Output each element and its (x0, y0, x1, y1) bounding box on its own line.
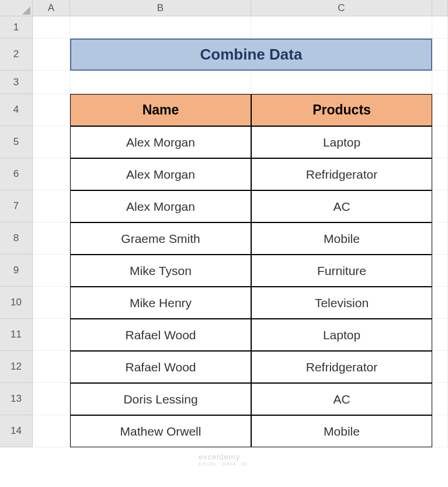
watermark: exceldemy EXCEL · DATA · BI (199, 453, 248, 467)
product-cell[interactable]: Mobile (251, 222, 432, 255)
name-cell[interactable]: Rafael Wood (70, 319, 251, 351)
cell-A7[interactable] (33, 190, 70, 222)
cell-7[interactable] (432, 190, 448, 222)
product-cell[interactable]: AC (251, 383, 432, 415)
product-cell[interactable]: Refridgerator (251, 351, 432, 383)
name-cell[interactable]: Rafael Wood (70, 351, 251, 383)
column-header-B[interactable]: B (70, 0, 251, 16)
cell-2[interactable] (432, 39, 448, 71)
row-header-1[interactable]: 1 (0, 16, 32, 39)
name-cell[interactable]: Alex Morgan (70, 190, 251, 222)
cell-A8[interactable] (33, 222, 70, 255)
column-headers: ABC (33, 0, 448, 16)
row-header-13[interactable]: 13 (0, 383, 32, 415)
cell-12[interactable] (432, 351, 448, 383)
title-cell[interactable]: Combine Data (70, 39, 432, 71)
name-cell[interactable]: Alex Morgan (70, 158, 251, 190)
spreadsheet: ABC 1234567891011121314 Combine DataName… (0, 0, 448, 487)
cell-8[interactable] (432, 222, 448, 255)
cell-13[interactable] (432, 383, 448, 415)
select-all-icon (22, 6, 30, 15)
cell-9[interactable] (432, 255, 448, 287)
cell-11[interactable] (432, 319, 448, 351)
row-header-2[interactable]: 2 (0, 39, 32, 71)
row-header-6[interactable]: 6 (0, 158, 32, 190)
product-cell[interactable]: Television (251, 287, 432, 319)
row-header-14[interactable]: 14 (0, 415, 32, 447)
select-all-corner[interactable] (0, 0, 33, 16)
name-cell[interactable]: Mathew Orwell (70, 415, 251, 447)
cell-A2[interactable] (33, 39, 70, 71)
product-cell[interactable]: Furniture (251, 255, 432, 287)
cell-B3[interactable] (70, 71, 251, 94)
cell-14[interactable] (432, 415, 448, 447)
product-cell[interactable]: AC (251, 190, 432, 222)
row-header-9[interactable]: 9 (0, 255, 32, 287)
watermark-subtext: EXCEL · DATA · BI (199, 461, 248, 467)
row-header-11[interactable]: 11 (0, 319, 32, 351)
row-header-10[interactable]: 10 (0, 287, 32, 319)
row-header-8[interactable]: 8 (0, 222, 32, 255)
cell-A3[interactable] (33, 71, 70, 94)
watermark-text: exceldemy (199, 453, 240, 461)
name-cell[interactable]: Alex Morgan (70, 126, 251, 158)
product-cell[interactable]: Laptop (251, 126, 432, 158)
name-cell[interactable]: Mike Tyson (70, 255, 251, 287)
row-header-7[interactable]: 7 (0, 190, 32, 222)
cells-grid: Combine DataNameProductsAlex MorganLapto… (33, 16, 448, 447)
cell-6[interactable] (432, 158, 448, 190)
column-header-blank[interactable] (432, 0, 448, 16)
cell-1[interactable] (432, 16, 448, 39)
column-header-C[interactable]: C (251, 0, 432, 16)
row-header-3[interactable]: 3 (0, 71, 32, 94)
cell-A12[interactable] (33, 351, 70, 383)
product-cell[interactable]: Laptop (251, 319, 432, 351)
name-cell[interactable]: Mike Henry (70, 287, 251, 319)
cell-A9[interactable] (33, 255, 70, 287)
row-headers: 1234567891011121314 (0, 16, 33, 447)
cell-A13[interactable] (33, 383, 70, 415)
cell-A1[interactable] (33, 16, 70, 39)
name-cell[interactable]: Doris Lessing (70, 383, 251, 415)
cell-C1[interactable] (251, 16, 432, 39)
cell-A10[interactable] (33, 287, 70, 319)
cell-5[interactable] (432, 126, 448, 158)
name-cell[interactable]: Graeme Smith (70, 222, 251, 255)
product-cell[interactable]: Mobile (251, 415, 432, 447)
cell-A14[interactable] (33, 415, 70, 447)
product-cell[interactable]: Refridgerator (251, 158, 432, 190)
cell-A11[interactable] (33, 319, 70, 351)
cell-10[interactable] (432, 287, 448, 319)
cell-C3[interactable] (251, 71, 432, 94)
cell-4[interactable] (432, 94, 448, 126)
row-header-4[interactable]: 4 (0, 94, 32, 126)
header-name[interactable]: Name (70, 94, 251, 126)
cell-A6[interactable] (33, 158, 70, 190)
cell-3[interactable] (432, 71, 448, 94)
cell-A5[interactable] (33, 126, 70, 158)
column-header-A[interactable]: A (33, 0, 70, 16)
svg-marker-0 (22, 6, 30, 15)
cell-A4[interactable] (33, 94, 70, 126)
cell-B1[interactable] (70, 16, 251, 39)
header-products[interactable]: Products (251, 94, 432, 126)
row-header-5[interactable]: 5 (0, 126, 32, 158)
row-header-12[interactable]: 12 (0, 351, 32, 383)
